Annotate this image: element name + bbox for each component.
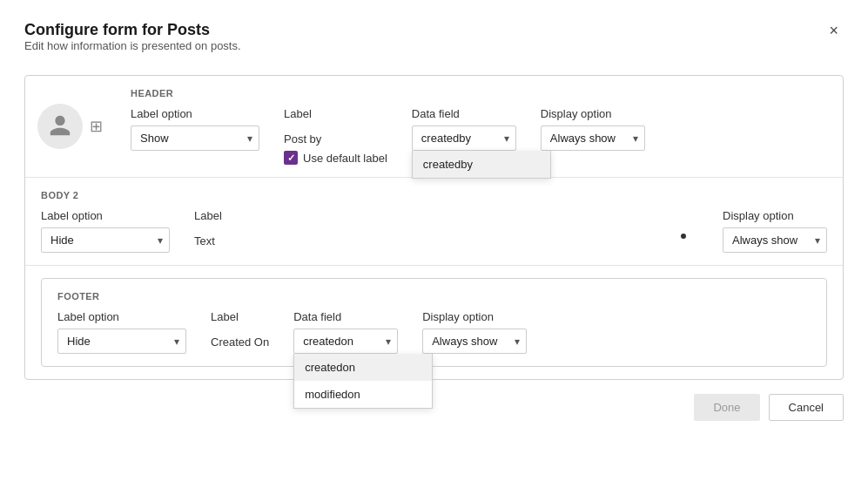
body2-display-option-label: Display option — [723, 209, 827, 222]
body2-label-text: Text — [194, 234, 222, 247]
footer-data-field-label: Data field — [293, 310, 398, 323]
body2-fields: BODY 2 Label option Show Hide — [41, 190, 827, 253]
dialog-footer: Done Cancel — [24, 380, 844, 421]
footer-label-group: Label Created On — [211, 310, 269, 349]
header-label-option-label: Label option — [131, 107, 259, 120]
footer-display-option-label: Display option — [422, 310, 527, 323]
header-data-field-dropdown: createdby — [412, 151, 551, 179]
footer-section-label: FOOTER — [57, 291, 811, 302]
header-label-group: Label Post by Use default label — [284, 107, 387, 165]
footer-dropdown-item-createdon[interactable]: createdon — [294, 354, 432, 381]
header-display-option-wrapper: Always show Never show — [541, 125, 645, 151]
layout-icon: ⊞ — [90, 117, 103, 136]
body2-label-option-select[interactable]: Show Hide — [41, 227, 170, 253]
header-data-field-wrapper: createdby createdby — [412, 125, 516, 151]
body2-label-label: Label — [194, 209, 222, 222]
dialog-header: Configure form for Posts Edit how inform… — [24, 21, 844, 70]
footer-data-field-dropdown: createdon modifiedon — [293, 354, 433, 409]
footer-label-label: Label — [211, 310, 269, 323]
header-data-field-group: Data field createdby createdby — [412, 107, 516, 151]
user-icon — [48, 113, 72, 140]
footer-data-field-wrapper: createdon modifiedon createdon modifiedo… — [293, 329, 398, 354]
header-display-option-group: Display option Always show Never show — [541, 107, 645, 151]
footer-label-option-group: Label option Show Hide — [57, 310, 186, 354]
footer-label-option-select[interactable]: Show Hide — [57, 329, 186, 354]
footer-display-option-select[interactable]: Always show Never show — [422, 329, 527, 354]
configure-form-dialog: Configure form for Posts Edit how inform… — [0, 0, 868, 488]
dialog-subtitle: Edit how information is presented on pos… — [24, 39, 241, 52]
cancel-button[interactable]: Cancel — [769, 394, 844, 421]
header-section-label: HEADER — [131, 88, 827, 98]
body2-display-option-wrapper: Always show Never show — [723, 227, 827, 253]
body2-fields-row: Label option Show Hide Label Text — [41, 209, 827, 253]
header-dropdown-item-createdby[interactable]: createdby — [413, 151, 550, 178]
header-data-field-select[interactable]: createdby — [412, 125, 516, 151]
avatar — [37, 104, 83, 149]
header-display-option-select[interactable]: Always show Never show — [541, 125, 645, 151]
header-use-default-row: Use default label — [284, 151, 387, 165]
main-content: ⊞ HEADER Label option Show Hide — [24, 75, 844, 380]
avatar-block: ⊞ — [25, 76, 115, 177]
footer-inner: FOOTER Label option Show Hide — [41, 278, 827, 367]
footer-data-field-select-wrapper: createdon modifiedon — [293, 329, 398, 354]
body2-display-option-group: Display option Always show Never show — [723, 209, 827, 253]
footer-data-field-group: Data field createdon modifiedon createdo… — [293, 310, 398, 354]
body2-section-label: BODY 2 — [41, 190, 827, 200]
footer-dropdown-item-modifiedon[interactable]: modifiedon — [294, 381, 432, 408]
footer-section-outer: FOOTER Label option Show Hide — [25, 266, 843, 379]
header-label-option-select[interactable]: Show Hide — [131, 125, 259, 151]
done-button[interactable]: Done — [694, 394, 759, 421]
use-default-label-text: Use default label — [303, 152, 387, 165]
use-default-label-checkbox[interactable] — [284, 151, 298, 165]
body2-label-group: Label Text — [194, 209, 222, 247]
header-label-subgroup: Post by Use default label — [284, 125, 387, 165]
footer-data-field-select[interactable]: createdon modifiedon — [293, 329, 398, 354]
footer-label-option-label: Label option — [57, 310, 186, 323]
header-label-option-wrapper: Show Hide — [131, 125, 259, 151]
header-fields: HEADER Label option Show Hide — [115, 76, 843, 177]
close-button[interactable]: × — [824, 21, 844, 40]
body2-display-option-select[interactable]: Always show Never show — [723, 227, 827, 253]
footer-label-text: Created On — [211, 336, 269, 349]
footer-display-option-group: Display option Always show Never show — [422, 310, 527, 354]
body2-label-option-wrapper: Show Hide — [41, 227, 170, 253]
footer-fields-row: Label option Show Hide Label Created On — [57, 310, 811, 354]
body2-label-option-group: Label option Show Hide — [41, 209, 170, 253]
header-label-label: Label — [284, 107, 387, 120]
header-section-row: ⊞ HEADER Label option Show Hide — [25, 76, 843, 178]
dialog-title: Configure form for Posts — [24, 21, 241, 39]
footer-display-option-wrapper: Always show Never show — [422, 329, 527, 354]
header-label-text: Post by — [284, 132, 387, 146]
body2-label-option-label: Label option — [41, 209, 170, 222]
header-display-option-label: Display option — [541, 107, 645, 120]
footer-label-option-wrapper: Show Hide — [57, 329, 186, 354]
header-data-field-select-wrapper: createdby — [412, 125, 516, 151]
body2-section: BODY 2 Label option Show Hide — [25, 178, 843, 266]
header-label-option-group: Label option Show Hide — [131, 107, 259, 151]
header-data-field-label: Data field — [412, 107, 516, 120]
header-fields-row: Label option Show Hide Label Post by — [131, 107, 827, 165]
